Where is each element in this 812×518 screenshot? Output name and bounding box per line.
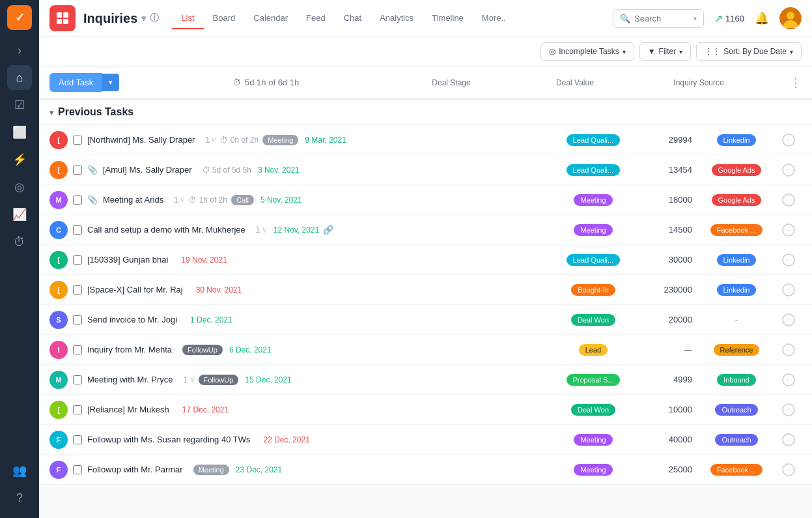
task-complete-btn[interactable]: ○ bbox=[782, 463, 795, 476]
task-row: M Meeting with Mr. Pryce 1 ⑂FollowUp 15 … bbox=[39, 365, 812, 395]
incomplete-tasks-btn[interactable]: ◎ Incomplete Tasks ▾ bbox=[540, 42, 634, 61]
task-inline-meta: 1 ⑂⏱ 0h of 2hMeeting 9 Mar, 2021 bbox=[205, 135, 346, 145]
sort-btn[interactable]: ⋮⋮ Sort: By Due Date ▾ bbox=[696, 42, 802, 61]
tab-timeline[interactable]: Timeline bbox=[423, 8, 473, 29]
task-avatar: F bbox=[49, 431, 68, 449]
add-task-dropdown-btn[interactable]: ▾ bbox=[102, 74, 119, 91]
title-info-icon[interactable]: ⓘ bbox=[150, 12, 159, 24]
sidebar-item-briefcase[interactable]: ⬜ bbox=[7, 120, 32, 145]
notifications-count[interactable]: ↗ 1160 bbox=[714, 12, 744, 25]
task-checkbox[interactable] bbox=[73, 345, 82, 354]
add-task-main-btn[interactable]: Add Task bbox=[49, 73, 102, 92]
task-checkbox[interactable] bbox=[73, 195, 82, 205]
app-logo[interactable]: ✓ bbox=[7, 5, 32, 30]
task-checkbox[interactable] bbox=[73, 465, 82, 474]
task-complete-btn[interactable]: ○ bbox=[782, 313, 795, 326]
task-name: [Reliance] Mr Mukesh bbox=[87, 405, 169, 414]
task-checkbox[interactable] bbox=[73, 136, 82, 145]
source-badge: Reference bbox=[714, 344, 760, 356]
tab-chat[interactable]: Chat bbox=[335, 8, 371, 29]
task-row: [ [150339] Gunjan bhai 19 Nov, 2021 Lead… bbox=[39, 245, 812, 275]
task-name: Inquiry from Mr. Mehta bbox=[87, 345, 172, 354]
sidebar-item-person[interactable]: ◎ bbox=[7, 175, 32, 199]
task-action-col: ○ bbox=[776, 463, 802, 476]
task-name: Followup with Ms. Susan regarding 40 TWs bbox=[87, 435, 250, 444]
tab-feed[interactable]: Feed bbox=[297, 8, 335, 29]
source-badge: Linkedin bbox=[717, 134, 757, 146]
task-action-col: ○ bbox=[776, 433, 802, 446]
svg-rect-1 bbox=[63, 12, 68, 18]
task-checkbox[interactable] bbox=[73, 375, 82, 384]
sidebar-item-home[interactable]: ⌂ bbox=[7, 65, 32, 90]
filter-btn[interactable]: ▼ Filter ▾ bbox=[639, 42, 692, 61]
task-inline-meta: 30 Nov, 2021 bbox=[193, 285, 242, 295]
task-avatar: [ bbox=[49, 281, 68, 299]
search-box[interactable]: 🔍 ▾ bbox=[613, 9, 704, 28]
task-complete-btn[interactable]: ○ bbox=[782, 343, 795, 356]
tab-more[interactable]: More.. bbox=[473, 8, 515, 29]
sidebar-item-filter[interactable]: ⚡ bbox=[7, 147, 32, 172]
task-time: ⏱ 1h of 2h bbox=[189, 195, 227, 205]
task-row: [ 📎 [Amul] Ms. Sally Draper ⏱ 5d of 5d 5… bbox=[39, 155, 812, 185]
task-checkbox[interactable] bbox=[73, 435, 82, 444]
tab-list[interactable]: List bbox=[172, 8, 203, 29]
more-columns-icon[interactable]: ⋮ bbox=[790, 76, 802, 90]
task-checkbox[interactable] bbox=[73, 285, 82, 295]
stage-badge: Lead Quali... bbox=[567, 134, 620, 146]
tab-board[interactable]: Board bbox=[204, 8, 245, 29]
sidebar-item-clock[interactable]: ⏱ bbox=[7, 229, 32, 254]
sidebar-toggle-icon[interactable]: › bbox=[7, 38, 32, 63]
task-inline-meta: 1 ⑂⏱ 1h of 2hCall 5 Nov, 2021 bbox=[174, 195, 302, 205]
sidebar-item-tasks[interactable]: ☑ bbox=[7, 93, 32, 117]
task-source-col: Reference bbox=[697, 344, 776, 356]
task-checkbox[interactable] bbox=[73, 405, 82, 414]
task-row: C Call and setup a demo with Mr. Mukherj… bbox=[39, 215, 812, 245]
stage-badge: Meeting bbox=[574, 194, 612, 206]
task-checkbox[interactable] bbox=[73, 225, 82, 235]
task-complete-btn[interactable]: ○ bbox=[782, 403, 795, 416]
task-action-col: ○ bbox=[776, 164, 802, 177]
task-row: [ [Northwind] Ms. Sally Draper 1 ⑂⏱ 0h o… bbox=[39, 125, 812, 155]
section-chevron-icon[interactable]: ▾ bbox=[49, 108, 54, 117]
bell-icon[interactable]: 🔔 bbox=[755, 11, 769, 25]
task-stage-col: Meeting bbox=[554, 434, 632, 446]
task-avatar: M bbox=[49, 371, 68, 389]
incomplete-tasks-icon: ◎ bbox=[549, 47, 555, 56]
task-date: 5 Nov, 2021 bbox=[260, 195, 302, 205]
topbar-right: 🔍 ▾ ↗ 1160 🔔 bbox=[613, 7, 802, 29]
task-complete-btn[interactable]: ○ bbox=[782, 134, 795, 147]
task-complete-btn[interactable]: ○ bbox=[782, 283, 795, 296]
add-task-button[interactable]: Add Task ▾ bbox=[49, 73, 119, 92]
title-chevron-icon[interactable]: ▾ bbox=[141, 13, 146, 23]
task-stage-col: Deal Won bbox=[554, 404, 632, 416]
task-complete-btn[interactable]: ○ bbox=[782, 223, 795, 237]
task-date: 30 Nov, 2021 bbox=[196, 285, 242, 295]
content-area: Add Task ▾ ⏱ 5d 1h of 6d 1h Deal Stage D… bbox=[39, 66, 812, 518]
task-left: I Inquiry from Mr. Mehta FollowUp 6 Dec,… bbox=[49, 341, 554, 359]
task-checkbox[interactable] bbox=[73, 315, 82, 324]
sidebar-item-chart[interactable]: 📈 bbox=[7, 202, 32, 227]
task-inline-meta: ⏱ 5d of 5d 5h 3 Nov, 2021 bbox=[203, 165, 300, 175]
task-checkbox[interactable] bbox=[73, 255, 82, 265]
sidebar-item-help[interactable]: ? bbox=[7, 485, 32, 510]
tab-analytics[interactable]: Analytics bbox=[371, 8, 423, 29]
source-badge: Inbound bbox=[717, 374, 756, 386]
task-inline-meta: Meeting 23 Dec, 2021 bbox=[193, 465, 283, 475]
task-avatar: [ bbox=[49, 131, 68, 149]
task-complete-btn[interactable]: ○ bbox=[782, 433, 795, 446]
sidebar-item-people[interactable]: 👥 bbox=[7, 458, 32, 483]
task-complete-btn[interactable]: ○ bbox=[782, 253, 795, 266]
task-complete-btn[interactable]: ○ bbox=[782, 194, 795, 207]
task-stage-col: Bought-In bbox=[554, 284, 632, 296]
task-row: [ [Space-X] Call for Mr. Raj 30 Nov, 202… bbox=[39, 275, 812, 305]
task-complete-btn[interactable]: ○ bbox=[782, 164, 795, 177]
stage-badge: Meeting bbox=[574, 434, 612, 446]
task-complete-btn[interactable]: ○ bbox=[782, 373, 795, 386]
tab-calendar[interactable]: Calendar bbox=[244, 8, 297, 29]
toolbar: ◎ Incomplete Tasks ▾ ▼ Filter ▾ ⋮⋮ Sort:… bbox=[39, 37, 812, 66]
search-input[interactable] bbox=[634, 14, 690, 23]
task-date: 23 Dec, 2021 bbox=[236, 465, 282, 474]
task-left: M 📎 Meeting at Arids 1 ⑂⏱ 1h of 2hCall 5… bbox=[49, 191, 554, 209]
avatar[interactable] bbox=[779, 7, 802, 29]
task-checkbox[interactable] bbox=[73, 165, 82, 175]
